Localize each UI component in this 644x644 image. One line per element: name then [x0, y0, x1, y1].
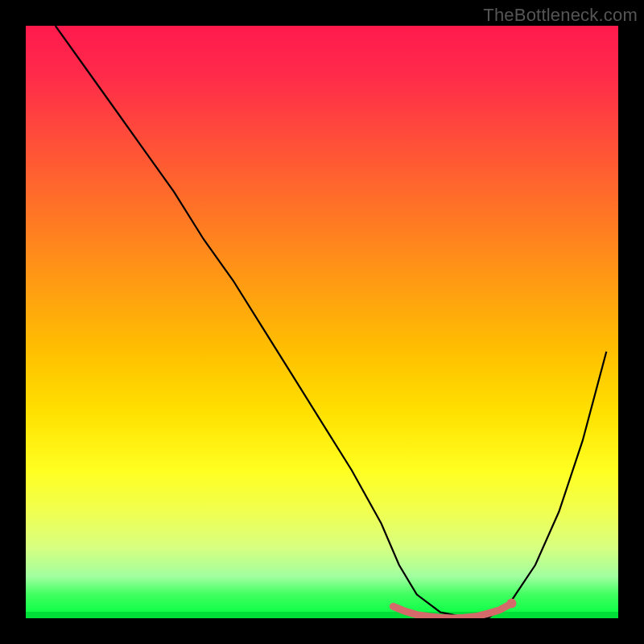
- marker-path: [393, 604, 511, 618]
- bottleneck-curve-path: [56, 26, 607, 618]
- plot-area: [26, 26, 618, 618]
- watermark-text: TheBottleneck.com: [483, 5, 638, 26]
- flat-minimum-marker: [393, 599, 516, 618]
- bottleneck-chart: [26, 26, 618, 618]
- chart-frame: TheBottleneck.com: [0, 0, 644, 644]
- marker-end-dot: [507, 599, 517, 609]
